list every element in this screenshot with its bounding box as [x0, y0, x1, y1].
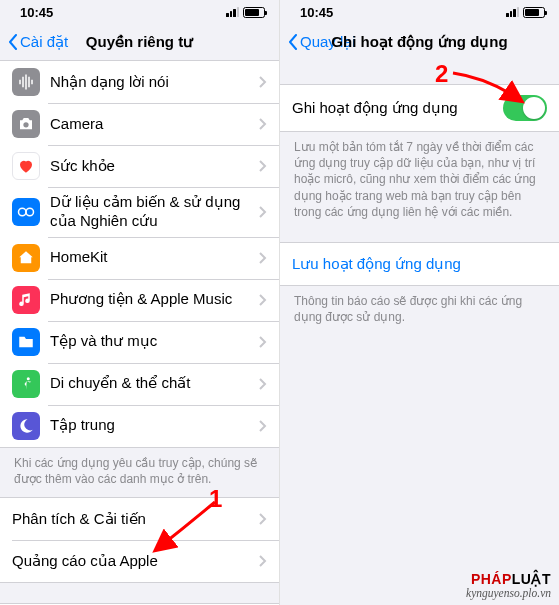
- chevron-right-icon: [259, 206, 267, 218]
- chevron-right-icon: [259, 294, 267, 306]
- chevron-right-icon: [259, 378, 267, 390]
- home-icon: [12, 244, 40, 272]
- svg-rect-4: [31, 80, 33, 85]
- svg-rect-1: [22, 77, 24, 88]
- svg-rect-2: [25, 75, 27, 90]
- toggle-label: Ghi hoạt động ứng dụng: [292, 99, 503, 118]
- chevron-right-icon: [259, 118, 267, 130]
- privacy-group-2: Phân tích & Cải tiến Quảng cáo của Apple: [0, 497, 279, 583]
- content-right: Ghi hoạt động ứng dụng Lưu một bản tóm t…: [280, 60, 559, 605]
- row-label: Phương tiện & Apple Music: [50, 290, 253, 309]
- page-title: Ghi hoạt động ứng dụng: [331, 33, 507, 51]
- page-title: Quyền riêng tư: [86, 33, 193, 51]
- svg-point-6: [27, 377, 30, 380]
- svg-point-5: [23, 122, 28, 127]
- row-camera[interactable]: Camera: [0, 103, 279, 145]
- chevron-right-icon: [259, 336, 267, 348]
- toggle-group: Ghi hoạt động ứng dụng: [280, 84, 559, 132]
- content-left: Nhận dạng lời nói Camera Sức khỏe Dữ liệ…: [0, 60, 279, 605]
- battery-icon: [243, 7, 265, 18]
- status-bar: 10:45: [0, 0, 279, 24]
- toggle-switch[interactable]: [503, 95, 547, 121]
- row-record-toggle[interactable]: Ghi hoạt động ứng dụng: [280, 85, 559, 131]
- row-homekit[interactable]: HomeKit: [0, 237, 279, 279]
- save-footer: Thông tin báo cáo sẽ được ghi khi các ứn…: [280, 286, 559, 335]
- row-speech[interactable]: Nhận dạng lời nói: [0, 61, 279, 103]
- save-label: Lưu hoạt động ứng dụng: [292, 255, 547, 274]
- status-indicators: [506, 7, 545, 18]
- chevron-right-icon: [259, 555, 267, 567]
- row-label: Dữ liệu cảm biến & sử dụng của Nghiên cứ…: [50, 193, 253, 231]
- chevron-right-icon: [259, 76, 267, 88]
- row-label: Tập trung: [50, 416, 253, 435]
- group1-footer: Khi các ứng dụng yêu cầu truy cập, chúng…: [0, 448, 279, 497]
- status-time: 10:45: [20, 5, 53, 20]
- chevron-left-icon: [8, 34, 18, 50]
- music-icon: [12, 286, 40, 314]
- watermark-url: kynguyenso.plo.vn: [466, 587, 551, 599]
- row-label: Camera: [50, 115, 253, 134]
- row-files[interactable]: Tệp và thư mục: [0, 321, 279, 363]
- save-group: Lưu hoạt động ứng dụng: [280, 242, 559, 286]
- right-pane: 10:45 Quay lại Ghi hoạt động ứng dụng Gh…: [279, 0, 559, 605]
- signal-icon: [506, 7, 519, 17]
- chevron-right-icon: [259, 420, 267, 432]
- svg-rect-0: [19, 80, 21, 85]
- status-bar: 10:45: [280, 0, 559, 24]
- back-button[interactable]: Cài đặt: [8, 33, 68, 51]
- status-indicators: [226, 7, 265, 18]
- row-motion[interactable]: Di chuyển & thể chất: [0, 363, 279, 405]
- heart-icon: [12, 152, 40, 180]
- row-label: Di chuyển & thể chất: [50, 374, 253, 393]
- nav-bar: Quay lại Ghi hoạt động ứng dụng: [280, 24, 559, 60]
- left-pane: 10:45 Cài đặt Quyền riêng tư Nhận dạng l…: [0, 0, 279, 605]
- chevron-left-icon: [288, 34, 298, 50]
- row-apple-ads[interactable]: Quảng cáo của Apple: [0, 540, 279, 582]
- chevron-right-icon: [259, 252, 267, 264]
- nav-bar: Cài đặt Quyền riêng tư: [0, 24, 279, 60]
- waveform-icon: [12, 68, 40, 96]
- row-media[interactable]: Phương tiện & Apple Music: [0, 279, 279, 321]
- row-label: Nhận dạng lời nói: [50, 73, 253, 92]
- toggle-footer: Lưu một bản tóm tắt 7 ngày về thời điểm …: [280, 132, 559, 230]
- run-icon: [12, 370, 40, 398]
- moon-icon: [12, 412, 40, 440]
- chevron-right-icon: [259, 513, 267, 525]
- save-activity-button[interactable]: Lưu hoạt động ứng dụng: [280, 243, 559, 285]
- folder-icon: [12, 328, 40, 356]
- chevron-right-icon: [259, 160, 267, 172]
- row-health[interactable]: Sức khỏe: [0, 145, 279, 187]
- camera-icon: [12, 110, 40, 138]
- row-label: Tệp và thư mục: [50, 332, 253, 351]
- row-research[interactable]: Dữ liệu cảm biến & sử dụng của Nghiên cứ…: [0, 187, 279, 237]
- chart-icon: [12, 198, 40, 226]
- watermark: PHÁPLUẬT kynguyenso.plo.vn: [466, 571, 551, 599]
- battery-icon: [523, 7, 545, 18]
- row-label: HomeKit: [50, 248, 253, 267]
- row-label: Phân tích & Cải tiến: [12, 510, 253, 529]
- watermark-brand: PHÁPLUẬT: [466, 571, 551, 587]
- row-analytics[interactable]: Phân tích & Cải tiến: [0, 498, 279, 540]
- signal-icon: [226, 7, 239, 17]
- row-focus[interactable]: Tập trung: [0, 405, 279, 447]
- row-label: Sức khỏe: [50, 157, 253, 176]
- back-label: Cài đặt: [20, 33, 68, 51]
- svg-rect-3: [28, 77, 30, 88]
- privacy-group-1: Nhận dạng lời nói Camera Sức khỏe Dữ liệ…: [0, 60, 279, 448]
- status-time: 10:45: [300, 5, 333, 20]
- row-label: Quảng cáo của Apple: [12, 552, 253, 571]
